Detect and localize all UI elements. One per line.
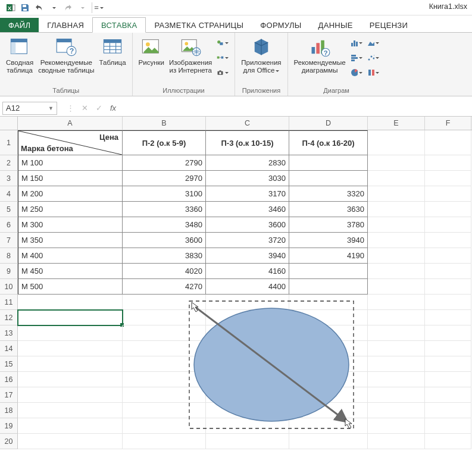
row-header-18[interactable]: 18: [0, 403, 18, 418]
enter-button[interactable]: ✓: [92, 102, 106, 115]
table-button[interactable]: Таблица: [97, 35, 129, 74]
col-header-D[interactable]: D: [289, 117, 368, 130]
name-box-dropdown-icon[interactable]: ▼: [48, 105, 54, 111]
cell-D3[interactable]: [289, 171, 368, 186]
cell-C5[interactable]: 3460: [206, 202, 289, 217]
row-header-14[interactable]: 14: [0, 341, 18, 356]
cell-A20[interactable]: [18, 434, 123, 449]
cell-C7[interactable]: 3720: [206, 233, 289, 248]
cell-B2[interactable]: 2790: [123, 155, 206, 171]
cell-D10[interactable]: [289, 279, 368, 295]
cell-F16[interactable]: [425, 372, 471, 387]
cell-E2[interactable]: [368, 155, 425, 171]
col-header-E[interactable]: E: [368, 117, 425, 130]
cell-E9[interactable]: [368, 264, 425, 279]
cell-F2[interactable]: [425, 155, 471, 171]
cell-C20[interactable]: [206, 434, 289, 449]
cell-A5[interactable]: М 250: [18, 202, 123, 217]
cell-C10[interactable]: 4400: [206, 279, 289, 295]
cell-E20[interactable]: [368, 434, 425, 449]
cell-F6[interactable]: [425, 217, 471, 233]
cell-E13[interactable]: [368, 325, 425, 341]
cell-B1[interactable]: П-2 (о.к 5-9): [123, 130, 206, 155]
cell-A8[interactable]: М 400: [18, 248, 123, 264]
cell-F4[interactable]: [425, 186, 471, 202]
cell-E4[interactable]: [368, 186, 425, 202]
cell-F8[interactable]: [425, 248, 471, 264]
cell-B9[interactable]: 4020: [123, 264, 206, 279]
cell-C4[interactable]: 3170: [206, 186, 289, 202]
recommended-pivot-button[interactable]: ? Рекомендуемые сводные таблицы: [36, 35, 96, 74]
cell-E1[interactable]: [368, 130, 425, 155]
cell-F18[interactable]: [425, 403, 471, 418]
tab-pagelayout[interactable]: РАЗМЕТКА СТРАНИЦЫ: [146, 18, 252, 32]
undo-icon[interactable]: [32, 1, 46, 14]
cell-B4[interactable]: 3100: [123, 186, 206, 202]
pictures-button[interactable]: Рисунки: [136, 35, 167, 80]
row-header-1[interactable]: 1: [0, 130, 18, 155]
cell-F14[interactable]: [425, 341, 471, 356]
row-header-2[interactable]: 2: [0, 155, 18, 171]
cell-E11[interactable]: [368, 295, 425, 310]
row-header-3[interactable]: 3: [0, 171, 18, 186]
smartart-button[interactable]: [216, 51, 229, 64]
undo-dropdown[interactable]: [46, 1, 61, 14]
cell-A3[interactable]: М 150: [18, 171, 123, 186]
cell-C6[interactable]: 3600: [206, 217, 289, 233]
cell-F17[interactable]: [425, 387, 471, 403]
cell-B7[interactable]: 3600: [123, 233, 206, 248]
cell-E17[interactable]: [368, 387, 425, 403]
cell-F1[interactable]: [425, 130, 471, 155]
cell-F12[interactable]: [425, 310, 471, 325]
cell-F9[interactable]: [425, 264, 471, 279]
row-header-15[interactable]: 15: [0, 356, 18, 372]
cell-F15[interactable]: [425, 356, 471, 372]
cell-A19[interactable]: [18, 418, 123, 434]
formula-input[interactable]: [120, 102, 472, 115]
cell-E7[interactable]: [368, 233, 425, 248]
pivot-table-button[interactable]: Сводная таблица: [4, 35, 36, 74]
screenshot-button[interactable]: [216, 66, 229, 79]
cell-B5[interactable]: 3360: [123, 202, 206, 217]
tab-insert[interactable]: ВСТАВКА: [92, 17, 146, 33]
chart-scatter-button[interactable]: [367, 51, 380, 64]
cancel-button[interactable]: ✕: [77, 102, 92, 115]
row-header-17[interactable]: 17: [0, 387, 18, 403]
col-header-F[interactable]: F: [425, 117, 471, 130]
cell-E16[interactable]: [368, 372, 425, 387]
cell-D2[interactable]: [289, 155, 368, 171]
cell-A1[interactable]: Цена Марка бетона: [18, 130, 123, 155]
cell-B3[interactable]: 2970: [123, 171, 206, 186]
qat-customize[interactable]: =: [95, 1, 103, 14]
cell-E19[interactable]: [368, 418, 425, 434]
row-header-7[interactable]: 7: [0, 233, 18, 248]
redo-dropdown[interactable]: [75, 1, 89, 14]
tab-formulas[interactable]: ФОРМУЛЫ: [252, 18, 310, 32]
tab-data[interactable]: ДАННЫЕ: [310, 18, 361, 32]
row-header-16[interactable]: 16: [0, 372, 18, 387]
cell-A16[interactable]: [18, 372, 123, 387]
row-header-8[interactable]: 8: [0, 248, 18, 264]
cell-F20[interactable]: [425, 434, 471, 449]
row-header-10[interactable]: 10: [0, 279, 18, 295]
cell-E10[interactable]: [368, 279, 425, 295]
row-header-20[interactable]: 20: [0, 434, 18, 449]
cell-D6[interactable]: 3780: [289, 217, 368, 233]
cell-B8[interactable]: 3830: [123, 248, 206, 264]
row-header-13[interactable]: 13: [0, 325, 18, 341]
row-header-4[interactable]: 4: [0, 186, 18, 202]
cell-A17[interactable]: [18, 387, 123, 403]
save-icon[interactable]: [18, 1, 32, 14]
row-header-19[interactable]: 19: [0, 418, 18, 434]
cell-A6[interactable]: М 300: [18, 217, 123, 233]
cell-C3[interactable]: 3030: [206, 171, 289, 186]
cell-C9[interactable]: 4160: [206, 264, 289, 279]
cell-E6[interactable]: [368, 217, 425, 233]
tab-review[interactable]: РЕЦЕНЗИ: [361, 18, 416, 32]
cell-E18[interactable]: [368, 403, 425, 418]
cell-A4[interactable]: М 200: [18, 186, 123, 202]
cell-D8[interactable]: 4190: [289, 248, 368, 264]
cell-A18[interactable]: [18, 403, 123, 418]
col-header-C[interactable]: C: [206, 117, 289, 130]
redo-icon[interactable]: [61, 1, 75, 14]
